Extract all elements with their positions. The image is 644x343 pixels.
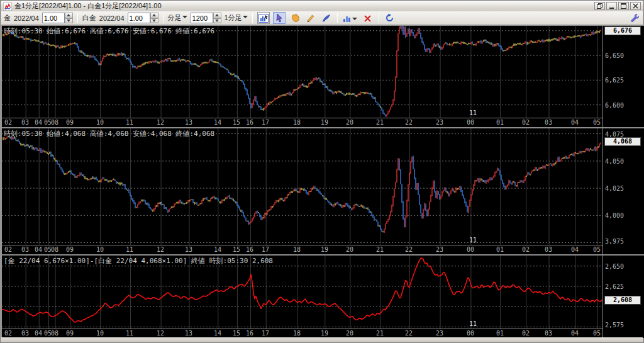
- hand-tool-button[interactable]: [289, 12, 301, 24]
- bar-count-input[interactable]: [191, 13, 213, 23]
- gold-candle-series: [3, 26, 601, 117]
- panel-gold: 0203040508091011121314151617181920212223…: [1, 25, 644, 128]
- y-axis-label: 2,625: [605, 283, 624, 290]
- window-title: 金1分足[2022/04]1.00 - 白金1分足[2022/04]1.00: [14, 1, 162, 11]
- bar-type-dropdown[interactable]: 分足: [168, 13, 187, 23]
- pen-icon: [321, 13, 331, 23]
- platinum-contract-month: 2022/04: [99, 14, 125, 22]
- y-axis-label: 6,650: [605, 52, 624, 59]
- platinum-chart-plot[interactable]: [2, 128, 602, 245]
- gold-multiplier-input[interactable]: [42, 13, 65, 23]
- x-axis-label: 04: [35, 119, 42, 126]
- toolbar: 金 2022/04 白金 2022/04 分足 1分足: [1, 11, 643, 25]
- gold-multiplier-up-button[interactable]: [65, 13, 73, 18]
- x-axis-label: 22: [405, 119, 413, 126]
- platinum-time-axis: 0203040508091011121314151617181920212223…: [2, 245, 602, 254]
- current-price-badge: 4,068: [604, 137, 641, 146]
- chart-area: 0203040508091011121314151617181920212223…: [1, 25, 644, 339]
- title-bar[interactable]: 金1分足[2022/04]1.00 - 白金1分足[2022/04]1.00: [1, 1, 643, 11]
- x-axis-label: 05: [593, 246, 601, 253]
- panel-platinum: 0203040508091011121314151617181920212223…: [1, 128, 644, 255]
- x-axis-label: 04: [35, 246, 42, 253]
- toolbar-separator: [163, 13, 164, 23]
- pencil-tool-button[interactable]: [304, 12, 317, 24]
- delete-x-icon: [364, 14, 372, 23]
- y-axis-label: 4,025: [605, 185, 624, 192]
- x-axis-label: 11: [126, 330, 133, 337]
- x-axis-label: 08: [51, 246, 58, 253]
- gold-symbol-label: 金: [4, 13, 11, 23]
- pencil-icon: [306, 13, 315, 23]
- panel-spread: 0203040508091011121314151617181920212223…: [1, 255, 644, 339]
- y-axis-label: 2,575: [605, 322, 624, 329]
- x-axis-label: 12: [157, 119, 164, 126]
- x-axis-label: 22: [405, 330, 413, 337]
- hand-icon: [290, 13, 299, 23]
- platinum-multiplier-down-button[interactable]: [150, 18, 158, 24]
- x-axis-label: 20: [346, 246, 353, 253]
- x-axis-label: 23: [436, 330, 443, 337]
- x-axis-label: 03: [545, 246, 552, 253]
- bar-count-field: [191, 13, 221, 23]
- x-axis-label: 04: [571, 246, 579, 253]
- maximize-button[interactable]: [618, 2, 629, 10]
- window-bottom-frame: [1, 337, 643, 342]
- x-axis-label: 19: [321, 330, 328, 337]
- platinum-info-line: 時刻:05:30 始値:4,068 高値:4,068 安値:4,068 終値:4…: [4, 129, 214, 138]
- x-axis-label: 17: [262, 330, 269, 337]
- date-marker: 11: [469, 110, 477, 116]
- gold-time-axis: 0203040508091011121314151617181920212223…: [2, 118, 602, 127]
- x-axis-label: 12: [157, 246, 164, 253]
- toolbar-separator: [252, 13, 253, 23]
- x-axis-label: 21: [376, 119, 384, 126]
- bar-count-up-button[interactable]: [213, 13, 221, 18]
- chevron-down-icon: [243, 16, 248, 21]
- x-axis-label: 00: [467, 119, 474, 126]
- delete-tool-button[interactable]: [362, 12, 374, 24]
- x-axis-label: 02: [4, 330, 12, 337]
- x-axis-label: 18: [293, 246, 301, 253]
- x-axis-label: 08: [51, 119, 58, 126]
- x-axis-label: 10: [96, 330, 104, 337]
- gold-multiplier-field: [42, 13, 73, 23]
- x-axis-label: 11: [126, 246, 133, 253]
- spread-info-line: [金 22/04 6,676×1.00]-[白金 22/04 4,068×1.0…: [4, 256, 273, 266]
- x-axis-label: 08: [51, 330, 58, 337]
- y-axis-label: 2,650: [605, 263, 624, 270]
- y-axis-label: 4,000: [605, 212, 624, 219]
- x-axis-label: 16: [246, 330, 253, 337]
- shade-button[interactable]: [594, 2, 605, 10]
- chart-select-icon: [258, 14, 269, 23]
- chevron-down-icon: [182, 16, 187, 21]
- refresh-button[interactable]: [384, 12, 396, 24]
- x-axis-label: 11: [126, 119, 133, 126]
- platinum-multiplier-input[interactable]: [128, 13, 150, 23]
- x-axis-label: 05: [593, 330, 601, 337]
- x-axis-label: 15: [233, 330, 240, 337]
- close-button[interactable]: [630, 2, 641, 10]
- x-axis-label: 17: [262, 246, 269, 253]
- gold-chart-plot[interactable]: [2, 26, 602, 118]
- pen-tool-button[interactable]: [320, 12, 333, 24]
- x-axis-label: 12: [157, 330, 164, 337]
- platinum-multiplier-up-button[interactable]: [150, 13, 158, 18]
- x-axis-label: 02: [522, 119, 530, 126]
- chart-select-tool-button[interactable]: [257, 12, 270, 24]
- interval-dropdown[interactable]: 1分足: [225, 13, 248, 23]
- toolbar-separator: [77, 13, 78, 23]
- x-axis-label: 01: [496, 119, 504, 126]
- x-axis-label: 10: [96, 119, 104, 126]
- cursor-tool-button[interactable]: [273, 12, 286, 24]
- spread-chart-plot[interactable]: [2, 256, 602, 329]
- y-axis-label: 6,600: [605, 102, 624, 109]
- x-axis-label: 20: [346, 330, 353, 337]
- settings-wrench-icon[interactable]: [630, 13, 639, 25]
- gold-multiplier-down-button[interactable]: [65, 18, 73, 24]
- x-axis-label: 01: [496, 246, 504, 253]
- chart-style-dropdown-button[interactable]: [342, 12, 358, 24]
- bar-count-down-button[interactable]: [213, 18, 221, 24]
- x-axis-label: 22: [405, 246, 413, 253]
- date-marker: 11: [469, 237, 477, 244]
- minimize-button[interactable]: [606, 2, 617, 10]
- spread-price-axis: 2,6502,6252,5752,608: [604, 256, 644, 338]
